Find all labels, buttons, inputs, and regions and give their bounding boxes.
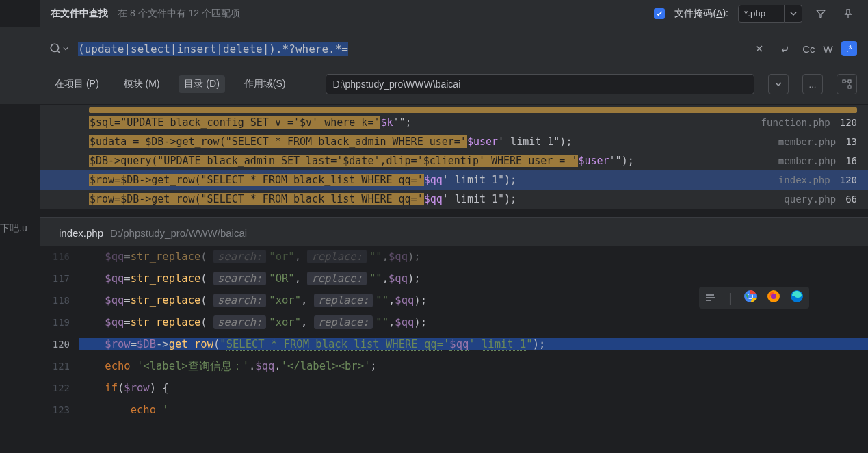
line-number: 116 <box>40 251 79 262</box>
whole-words-toggle[interactable]: W <box>823 43 832 55</box>
search-input[interactable]: (update|select|insert|delete|).*?where.*… <box>78 42 741 55</box>
directory-dropdown[interactable] <box>768 74 789 94</box>
edge-icon[interactable] <box>790 289 804 306</box>
result-row[interactable]: $udata = $DB->get_row("SELECT * FROM bla… <box>40 132 868 151</box>
svg-rect-1 <box>843 80 845 83</box>
result-filename: member.php <box>778 136 836 147</box>
editor-line[interactable]: 116 $qq=str_replace( search:"or", replac… <box>40 246 868 268</box>
svg-rect-2 <box>848 80 851 83</box>
result-filename: query.php <box>784 194 836 205</box>
file-mask-input[interactable] <box>738 5 785 23</box>
regex-toggle[interactable]: .* <box>841 41 857 56</box>
result-linenum: 16 <box>845 155 857 166</box>
result-top-indicator <box>89 107 857 113</box>
file-mask-checkbox[interactable] <box>654 8 665 19</box>
line-number: 122 <box>40 383 79 393</box>
line-number: 123 <box>40 404 79 415</box>
preview-filepath: D:/phpstudy_pro/WWW/baicai <box>110 227 247 239</box>
result-linenum: 120 <box>840 117 857 128</box>
directory-tree-button[interactable] <box>837 74 857 94</box>
line-number: 120 <box>40 339 79 350</box>
line-number: 121 <box>40 361 79 372</box>
editor-line[interactable]: 122 if($row) { <box>40 377 868 399</box>
browser-icons: | <box>699 287 809 309</box>
scope-project-tab[interactable]: 在项目 (P) <box>49 75 105 93</box>
result-row[interactable]: $row=$DB->get_row("SELECT * FROM black_l… <box>40 190 868 209</box>
result-linenum: 66 <box>845 194 857 205</box>
line-number: 117 <box>40 273 79 284</box>
code-editor[interactable]: | 116 $qq=str_replace( search:"or", repl… <box>40 246 868 421</box>
scope-module-tab[interactable]: 模块 (M) <box>118 75 166 93</box>
chrome-icon[interactable] <box>744 289 757 306</box>
editor-line[interactable]: 121 echo '<label>查询信息：'.$qq.'</label><br… <box>40 355 868 377</box>
result-filename: index.php <box>778 174 830 185</box>
firefox-icon[interactable] <box>767 289 780 306</box>
svg-point-8 <box>771 294 776 299</box>
match-count-label: 在 8 个文件中有 12 个匹配项 <box>118 8 240 20</box>
result-filename: member.php <box>778 155 836 166</box>
preview-filename: index.php <box>59 227 103 239</box>
line-number: 119 <box>40 317 79 328</box>
search-row: (update|select|insert|delete|).*?where.*… <box>0 27 868 67</box>
file-mask-label: 文件掩码(A): <box>674 8 728 20</box>
dialog-title: 在文件中查找 <box>51 8 108 20</box>
search-icon <box>49 42 68 55</box>
scope-row: 在项目 (P) 模块 (M) 目录 (D) 作用域(S) ... <box>0 67 868 105</box>
result-linenum: 13 <box>845 136 857 147</box>
results-list: $sql="UPDATE black_config SET v ='$v' wh… <box>40 105 868 209</box>
result-row[interactable]: $sql="UPDATE black_config SET v ='$v' wh… <box>40 113 868 132</box>
line-number: 118 <box>40 295 79 306</box>
directory-input[interactable] <box>326 74 754 94</box>
result-row[interactable]: $DB->query("UPDATE black_admin SET last=… <box>40 151 868 170</box>
pin-icon[interactable] <box>839 5 857 23</box>
filter-icon[interactable] <box>812 5 830 23</box>
file-mask-dropdown[interactable] <box>785 5 802 23</box>
result-linenum: 120 <box>840 174 857 185</box>
background-text-left: 下吧.u <box>0 222 27 235</box>
result-filename: function.php <box>761 117 830 128</box>
topbar: 在文件中查找 在 8 个文件中有 12 个匹配项 文件掩码(A): <box>40 0 868 27</box>
scope-directory-tab[interactable]: 目录 (D) <box>179 75 224 93</box>
svg-point-6 <box>748 294 752 298</box>
editor-line[interactable]: 123 echo ' <box>40 399 868 421</box>
svg-rect-3 <box>848 86 851 88</box>
result-row[interactable]: $row=$DB->get_row("SELECT * FROM black_l… <box>40 170 868 190</box>
directory-browse-button[interactable]: ... <box>802 74 823 94</box>
editor-line[interactable]: 119 $qq=str_replace( search:"xor", repla… <box>40 311 868 333</box>
preview-header: index.php D:/phpstudy_pro/WWW/baicai <box>40 217 868 246</box>
match-case-toggle[interactable]: Cc <box>802 43 815 55</box>
scope-scope-tab[interactable]: 作用域(S) <box>239 75 291 93</box>
newline-icon[interactable] <box>776 40 794 57</box>
svg-point-0 <box>51 44 58 51</box>
soft-wrap-icon[interactable] <box>705 291 717 305</box>
editor-line[interactable]: 120 $row=$DB->get_row("SELECT * FROM bla… <box>40 333 868 355</box>
clear-icon[interactable] <box>750 40 768 57</box>
